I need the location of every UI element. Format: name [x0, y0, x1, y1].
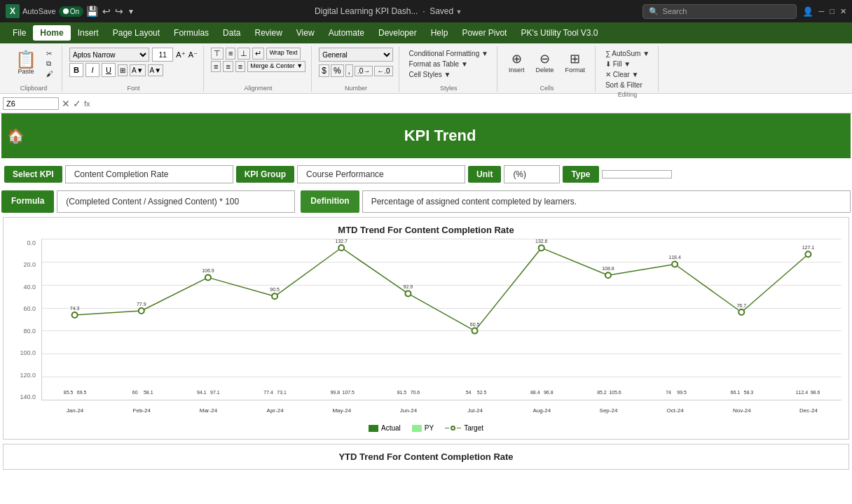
ribbon-font-group: Aptos Narrow A⁺ A⁻ B I U ⊞ A▼ A▼ Font — [64, 46, 204, 92]
align-center-icon[interactable]: ≡ — [223, 61, 233, 72]
menu-item-file[interactable]: File — [6, 25, 33, 41]
delete-button[interactable]: ⊖ Delete — [531, 49, 558, 83]
font-size-input[interactable] — [152, 48, 173, 62]
insert-function-icon[interactable]: fx — [84, 99, 90, 108]
font-color-button[interactable]: A▼ — [148, 64, 164, 76]
home-icon[interactable]: 🏠 — [1, 120, 29, 151]
chart-column: 5452.5Jul-24 — [442, 239, 508, 400]
title-bar: X AutoSave On 💾 ↩ ↪ ▼ Digital Learning K… — [0, 0, 852, 22]
legend-py: PY — [412, 424, 434, 432]
copy-button[interactable]: ⧉ — [43, 59, 56, 69]
actual-bar-label: 69.5 — [77, 390, 87, 395]
align-bottom-icon[interactable]: ⊥ — [238, 48, 250, 59]
fill-color-button[interactable]: A▼ — [130, 64, 146, 76]
align-top-icon[interactable]: ⊤ — [211, 48, 224, 59]
autosave-label: AutoSave — [22, 7, 56, 15]
save-icon[interactable]: 💾 — [86, 6, 98, 17]
menu-item-formulas[interactable]: Formulas — [167, 25, 216, 41]
py-bar-label: 85.2 — [597, 390, 607, 395]
menu-item-data[interactable]: Data — [216, 25, 247, 41]
redo-icon[interactable]: ↪ — [115, 6, 123, 17]
more-icon[interactable]: ▼ — [128, 8, 135, 15]
menu-item-automate[interactable]: Automate — [322, 25, 371, 41]
format-as-table-button[interactable]: Format as Table ▼ — [406, 59, 491, 69]
align-middle-icon[interactable]: ≡ — [226, 48, 235, 59]
sort-filter-button[interactable]: Sort & Filter — [603, 80, 652, 90]
menu-item-developer[interactable]: Developer — [371, 25, 424, 41]
legend-target-label: Target — [464, 424, 483, 432]
merge-center-button[interactable]: Merge & Center ▼ — [247, 61, 305, 72]
legend-target-line-left — [445, 428, 449, 428]
py-bar-label: 77.4 — [263, 390, 273, 395]
autosum-button[interactable]: ∑ AutoSum ▼ — [603, 49, 652, 58]
number-format-select[interactable]: General — [319, 48, 392, 62]
sheet-content: 🏠 KPI Trend Select KPI Content Completio… — [0, 113, 852, 504]
saved-chevron-icon: ▼ — [456, 8, 462, 15]
menu-item-help[interactable]: Help — [424, 25, 455, 41]
chart-column: 77.473.1Apr-24 — [242, 239, 308, 400]
font-size-increase-icon[interactable]: A⁺ — [176, 50, 185, 59]
undo-icon[interactable]: ↩ — [102, 6, 111, 17]
kpi-group-value[interactable]: Course Performance — [297, 165, 465, 183]
paste-label: Paste — [18, 68, 34, 75]
actual-bar-label: 58.1 — [144, 390, 153, 395]
unit-value[interactable]: (%) — [504, 165, 560, 183]
confirm-formula-icon[interactable]: ✓ — [73, 98, 81, 109]
name-box-input[interactable] — [3, 97, 59, 110]
legend-py-label: PY — [425, 424, 434, 432]
wrap-text-button[interactable]: Wrap Text — [266, 48, 300, 59]
align-right-icon[interactable]: ≡ — [235, 61, 245, 72]
conditional-formatting-button[interactable]: Conditional Formatting ▼ — [406, 49, 491, 58]
font-family-select[interactable]: Aptos Narrow — [69, 48, 149, 62]
menu-item-insert[interactable]: Insert — [71, 25, 106, 41]
cut-button[interactable]: ✂ — [43, 49, 56, 58]
font-size-decrease-icon[interactable]: A⁻ — [188, 50, 198, 59]
increase-decimal-icon[interactable]: .0→ — [355, 66, 373, 76]
x-axis-label: Jan-24 — [67, 407, 83, 414]
menu-item-power-pivot[interactable]: Power Pivot — [455, 25, 514, 41]
currency-icon[interactable]: $ — [319, 64, 329, 77]
paste-button[interactable]: 📋 Paste — [11, 49, 41, 77]
chart-column: 94.197.1Mar-24 — [175, 239, 241, 400]
border-button[interactable]: ⊞ — [118, 64, 128, 76]
percent-icon[interactable]: % — [331, 64, 344, 77]
menu-item-home[interactable]: Home — [33, 25, 70, 41]
close-icon[interactable]: ✕ — [840, 7, 846, 16]
cancel-formula-icon[interactable]: ✕ — [62, 98, 70, 109]
restore-icon[interactable]: □ — [830, 7, 834, 15]
type-value[interactable] — [602, 170, 672, 178]
underline-button[interactable]: U — [102, 63, 116, 77]
format-button[interactable]: ⊞ Format — [561, 49, 589, 83]
insert-icon: ⊕ — [511, 51, 522, 66]
autosave-toggle[interactable]: On — [59, 6, 83, 17]
menu-item-page-layout[interactable]: Page Layout — [106, 25, 167, 41]
fill-button[interactable]: ⬇ Fill ▼ — [603, 59, 652, 69]
align-left-icon[interactable]: ≡ — [211, 61, 221, 72]
user-icon[interactable]: 👤 — [802, 6, 813, 17]
formula-input[interactable] — [93, 99, 849, 108]
bold-button[interactable]: B — [69, 63, 83, 77]
styles-group-label: Styles — [440, 83, 458, 92]
comma-icon[interactable]: , — [345, 64, 353, 77]
mtd-chart-area: 140.0 120.0 100.0 80.0 60.0 40.0 20.0 0.… — [11, 239, 841, 421]
actual-bar-label: 73.1 — [277, 390, 287, 395]
decrease-decimal-icon[interactable]: ←.0 — [374, 66, 392, 76]
cell-styles-button[interactable]: Cell Styles ▼ — [406, 70, 491, 79]
menu-item-review[interactable]: Review — [247, 25, 289, 41]
ytd-chart-title: YTD Trend For Content Completion Rate — [11, 451, 841, 462]
clear-button[interactable]: ✕ Clear ▼ — [603, 70, 652, 79]
definition-value: Percentage of assigned content completed… — [362, 190, 851, 213]
menu-item-view[interactable]: View — [289, 25, 322, 41]
search-box[interactable]: 🔍 Search — [643, 4, 797, 19]
minimize-icon[interactable]: ─ — [819, 7, 825, 15]
app-identity: X AutoSave On 💾 ↩ ↪ ▼ — [6, 4, 135, 18]
select-kpi-value[interactable]: Content Completion Rate — [65, 165, 233, 183]
italic-button[interactable]: I — [85, 63, 99, 77]
format-painter-button[interactable]: 🖌 — [43, 69, 56, 78]
wrap-text-icon[interactable]: ↵ — [252, 48, 264, 59]
chart-bars: 85.569.5Jan-246058.1Feb-2494.197.1Mar-24… — [41, 239, 841, 400]
insert-button[interactable]: ⊕ Insert — [504, 49, 529, 83]
menu-item-pk-utility[interactable]: PK's Utility Tool V3.0 — [514, 25, 605, 41]
x-axis-label: Jun-24 — [400, 407, 417, 414]
actual-bar-label: 70.6 — [411, 390, 420, 395]
